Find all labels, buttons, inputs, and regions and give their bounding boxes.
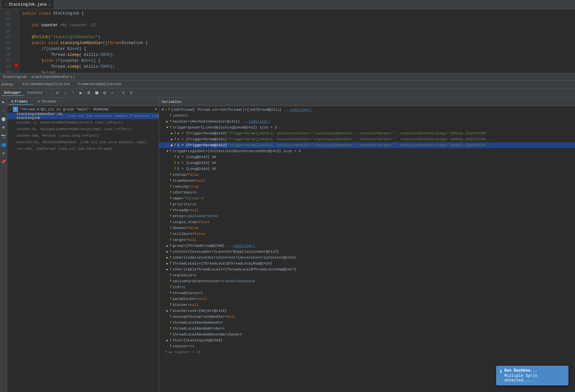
var-row-thread[interactable]: ▼ ∞ f {JobThread} Thread.currentThread()… bbox=[159, 107, 575, 113]
notification-popup[interactable]: ℹ Run Dashboa... Multiple Sprin detected… bbox=[496, 366, 568, 385]
var-toggle-classloader[interactable]: ▶ bbox=[165, 249, 170, 254]
stop-button[interactable]: ⏹ bbox=[93, 89, 100, 97]
var-row-tid[interactable]: f tid = 31 bbox=[159, 284, 575, 290]
var-row-name[interactable]: f name = "Thread-6" bbox=[159, 196, 575, 201]
debugger-tab[interactable]: Debugger bbox=[1, 90, 24, 96]
frame-item-1[interactable]: invoke:-1, GeneratedMethodAccessor2 (sun… bbox=[7, 119, 159, 126]
watch-side-icon[interactable]: 👁 bbox=[1, 125, 7, 130]
var-toggle-blockerlock[interactable]: ▶ bbox=[165, 309, 170, 313]
var-row-handler[interactable]: ▶ f handler = {MethodJobHandler@2411} ..… bbox=[159, 119, 575, 125]
var-row-stopreason[interactable]: f stopReason = null bbox=[159, 178, 575, 184]
var-row-tlis1[interactable]: f 1 = {Long@2433} 94 bbox=[159, 160, 575, 166]
thread-dropdown[interactable]: ▼ bbox=[155, 107, 157, 111]
var-toggle-this[interactable]: ▶ bbox=[165, 338, 170, 343]
var-row-tostop[interactable]: f toStop = false bbox=[159, 172, 575, 178]
variables-tree[interactable]: ▼ ∞ f {JobThread} Thread.currentThread()… bbox=[159, 106, 575, 392]
settings-side-icon[interactable]: ⚙ bbox=[1, 150, 7, 156]
thread-check-icon: ✓ bbox=[9, 107, 12, 112]
filter-button[interactable]: ▽ bbox=[128, 89, 135, 97]
var-row-stacksize[interactable]: f stackSize = 0 bbox=[159, 272, 575, 278]
step-into-button[interactable]: ↓ bbox=[61, 89, 69, 97]
step-side-icon[interactable]: ↓ bbox=[1, 107, 7, 113]
var-row-threadlocalrandomsecondaryseed[interactable]: f threadLocalRandomSecondarySeed = 0 bbox=[159, 332, 575, 337]
var-row-jobid[interactable]: f jobId = 2 bbox=[159, 113, 575, 119]
var-toggle-triggerqueue[interactable]: ▼ bbox=[165, 125, 170, 130]
var-row-counter[interactable]: f counter = 23 bbox=[159, 343, 575, 349]
settings-button[interactable]: ⚙ bbox=[101, 89, 108, 97]
var-row-threadlocals[interactable]: ▶ f threadLocals = {ThreadLocal$ThreadLo… bbox=[159, 261, 575, 266]
to-string-link-thread[interactable]: toString() bbox=[290, 108, 312, 112]
var-row-this[interactable]: ▶ f this = {StackingJob@2399} bbox=[159, 337, 575, 343]
resume-side-icon[interactable]: ▶ bbox=[1, 99, 7, 105]
var-toggle-accesscontrol[interactable]: ▶ bbox=[165, 255, 170, 260]
camera-side-icon[interactable]: 📷 bbox=[1, 133, 7, 139]
var-row-blockerlock[interactable]: ▶ f blockerLock = {Object@2418} bbox=[159, 308, 575, 314]
threads-tab[interactable]: ≡ Threads → bbox=[35, 99, 62, 105]
to-string-link-handler[interactable]: toString() bbox=[249, 120, 270, 124]
group-side-icon[interactable]: 👥 bbox=[1, 142, 7, 148]
var-row-blocker[interactable]: f blocker = null bbox=[159, 302, 575, 308]
var-row-accesscontrol[interactable]: ▶ f inheritedAccessControlContext = {Acc… bbox=[159, 255, 575, 261]
pin-side-icon[interactable]: 📌 bbox=[1, 159, 7, 165]
console-tab[interactable]: Console ↑ bbox=[25, 90, 50, 96]
var-row-threadlocalrandomprobe[interactable]: f threadLocalRandomProbe = 0 bbox=[159, 326, 575, 332]
var-row-tlis0[interactable]: f 0 = {Long@2432} 96 bbox=[159, 154, 575, 160]
frame-class-1: (sun.reflect) bbox=[95, 121, 123, 125]
breadcrumb-item-1[interactable]: StackingJob bbox=[3, 75, 27, 79]
var-toggle-tq2[interactable]: ▶ bbox=[170, 143, 174, 148]
var-row-threadlocalrandomseed[interactable]: f threadLocalRandomSeed = 0 bbox=[159, 320, 575, 326]
var-row-group[interactable]: ▶ f group = {ThreadGroup@2398} ... toStr… bbox=[159, 243, 575, 249]
var-row-target[interactable]: f target = null bbox=[159, 237, 575, 243]
var-toggle-triggerlogidset[interactable]: ▼ bbox=[165, 149, 170, 153]
frame-item-2[interactable]: invoke:43, DelegatingMethodAccessorImpl … bbox=[7, 126, 159, 132]
var-toggle-handler[interactable]: ▶ bbox=[165, 119, 170, 124]
var-row-parkblocker[interactable]: f parkBlocker = null bbox=[159, 296, 575, 302]
var-toggle-tq1[interactable]: ▶ bbox=[170, 137, 174, 142]
debug-tab-frameless[interactable]: FramelessApplication bbox=[75, 81, 124, 87]
step-over-button[interactable]: ≡ bbox=[54, 89, 61, 97]
thread-item[interactable]: ✓ T *Thread-6*@2,111 in group "main": RU… bbox=[7, 106, 159, 113]
add-button[interactable]: + bbox=[120, 89, 127, 97]
var-row-tlis2[interactable]: f 2 = {Long@2434} 95 bbox=[159, 166, 575, 172]
var-toggle-thread[interactable]: ▼ bbox=[160, 107, 165, 112]
frame-item-4[interactable]: execute:31, MethodJobHandler (com.xxl.jo… bbox=[7, 139, 159, 146]
var-row-daemon[interactable]: f daemon = false bbox=[159, 225, 575, 231]
var-row-tq2[interactable]: ▶ f 2 = {TriggerParam@2422} "TriggerPara… bbox=[159, 142, 575, 148]
var-row-uncaughtexceptionhandler[interactable]: f uncaughtExceptionHandler = null bbox=[159, 314, 575, 320]
step-out-button[interactable]: ↑ bbox=[69, 89, 77, 97]
var-toggle-inheritablethreadlocals[interactable]: ▶ bbox=[165, 267, 170, 272]
var-row-counter2[interactable]: f ∞∞ counter = 23 bbox=[159, 349, 575, 355]
frame-item-5[interactable]: run:163, JobThread (com.xxl.job.core.thr… bbox=[7, 146, 159, 152]
var-toggle-group[interactable]: ▶ bbox=[165, 243, 170, 248]
tab-stacking-job[interactable]: J StackingJob.java ✕ bbox=[1, 0, 54, 9]
to-string-link-group[interactable]: toString() bbox=[233, 244, 255, 248]
var-row-tq0[interactable]: ▶ f 0 = {TriggerParam@2420} "TriggerPara… bbox=[159, 130, 575, 136]
var-row-inheritablethreadlocals[interactable]: ▶ f inheritableThreadLocals = {ThreadLoc… bbox=[159, 266, 575, 272]
frames-tab[interactable]: ≡ Frames → bbox=[9, 99, 34, 105]
frame-item-0[interactable]: stackingJobHandler:26, StackingJob (com.… bbox=[7, 113, 159, 119]
var-row-triggerlogidset[interactable]: ▼ f triggerLogIdSet = {Collections$Synch… bbox=[159, 148, 575, 154]
var-row-triggerqueue[interactable]: ▼ f triggerQueue = {LinkedBlockingQueue@… bbox=[159, 125, 575, 130]
var-row-singlestep[interactable]: f single_step = false bbox=[159, 219, 575, 225]
var-row-eetop[interactable]: f eetop = 140454800791552 bbox=[159, 213, 575, 219]
close-tab-button[interactable]: ✕ bbox=[49, 2, 51, 7]
var-row-nativeparkeventpointer[interactable]: f nativeParkEventPointer = 1404547894993… bbox=[159, 278, 575, 284]
var-row-threadq[interactable]: f threadQ = null bbox=[159, 207, 575, 213]
var-row-threadstatus[interactable]: f threadStatus = 5 bbox=[159, 290, 575, 296]
var-row-classloader[interactable]: ▶ f contextClassLoader = {Launcher$AppCl… bbox=[159, 249, 575, 255]
breadcrumb-item-2[interactable]: stackingJobHandler() bbox=[31, 75, 75, 79]
panel-tabs: ≡ Frames → ≡ Threads → bbox=[7, 98, 159, 106]
more-button[interactable]: ⋯ bbox=[109, 89, 116, 97]
pause-button[interactable]: ⏸ bbox=[85, 89, 92, 97]
var-row-stillborn[interactable]: f stillborn = false bbox=[159, 231, 575, 237]
var-toggle-tq0[interactable]: ▶ bbox=[170, 131, 174, 136]
debug-tab-xxljob[interactable]: XxlJobAdminApplication bbox=[20, 81, 73, 87]
breakpoint-side-icon[interactable]: ⬤ bbox=[1, 116, 7, 122]
var-row-running[interactable]: f running = true bbox=[159, 184, 575, 190]
var-toggle-threadlocals[interactable]: ▶ bbox=[165, 261, 170, 266]
var-row-priority[interactable]: f priority = 10 bbox=[159, 201, 575, 207]
var-row-tq1[interactable]: ▶ f 1 = {TriggerParam@2421} "TriggerPara… bbox=[159, 136, 575, 142]
frame-item-3[interactable]: invoke:498, Method (java.lang.reflect) bbox=[7, 132, 159, 139]
resume-button[interactable]: ▶ bbox=[77, 89, 84, 97]
var-row-idletimes[interactable]: f idleTimes = 0 bbox=[159, 190, 575, 196]
